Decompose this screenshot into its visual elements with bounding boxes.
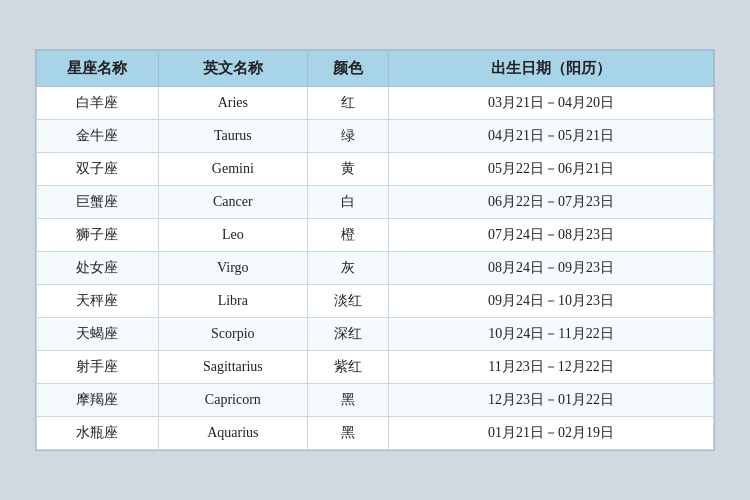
cell-color: 淡红	[307, 285, 388, 318]
cell-english: Scorpio	[158, 318, 307, 351]
table-row: 处女座Virgo灰08月24日－09月23日	[37, 252, 714, 285]
cell-color: 橙	[307, 219, 388, 252]
cell-english: Taurus	[158, 120, 307, 153]
cell-chinese: 金牛座	[37, 120, 159, 153]
cell-color: 黑	[307, 417, 388, 450]
cell-chinese: 射手座	[37, 351, 159, 384]
zodiac-table: 星座名称 英文名称 颜色 出生日期（阳历） 白羊座Aries红03月21日－04…	[36, 50, 714, 450]
cell-chinese: 水瓶座	[37, 417, 159, 450]
table-row: 天蝎座Scorpio深红10月24日－11月22日	[37, 318, 714, 351]
cell-date: 07月24日－08月23日	[389, 219, 714, 252]
cell-english: Libra	[158, 285, 307, 318]
cell-color: 深红	[307, 318, 388, 351]
cell-chinese: 白羊座	[37, 87, 159, 120]
cell-chinese: 狮子座	[37, 219, 159, 252]
table-row: 摩羯座Capricorn黑12月23日－01月22日	[37, 384, 714, 417]
cell-english: Gemini	[158, 153, 307, 186]
cell-date: 05月22日－06月21日	[389, 153, 714, 186]
cell-english: Cancer	[158, 186, 307, 219]
cell-date: 12月23日－01月22日	[389, 384, 714, 417]
cell-color: 灰	[307, 252, 388, 285]
cell-english: Virgo	[158, 252, 307, 285]
table-row: 天秤座Libra淡红09月24日－10月23日	[37, 285, 714, 318]
cell-chinese: 天蝎座	[37, 318, 159, 351]
cell-color: 黑	[307, 384, 388, 417]
header-color: 颜色	[307, 51, 388, 87]
zodiac-table-container: 星座名称 英文名称 颜色 出生日期（阳历） 白羊座Aries红03月21日－04…	[35, 49, 715, 451]
table-row: 水瓶座Aquarius黑01月21日－02月19日	[37, 417, 714, 450]
cell-date: 10月24日－11月22日	[389, 318, 714, 351]
cell-chinese: 天秤座	[37, 285, 159, 318]
cell-chinese: 处女座	[37, 252, 159, 285]
table-row: 射手座Sagittarius紫红11月23日－12月22日	[37, 351, 714, 384]
table-row: 巨蟹座Cancer白06月22日－07月23日	[37, 186, 714, 219]
cell-color: 黄	[307, 153, 388, 186]
cell-date: 01月21日－02月19日	[389, 417, 714, 450]
header-chinese: 星座名称	[37, 51, 159, 87]
table-row: 金牛座Taurus绿04月21日－05月21日	[37, 120, 714, 153]
cell-date: 04月21日－05月21日	[389, 120, 714, 153]
cell-english: Capricorn	[158, 384, 307, 417]
cell-color: 绿	[307, 120, 388, 153]
table-header-row: 星座名称 英文名称 颜色 出生日期（阳历）	[37, 51, 714, 87]
cell-english: Aries	[158, 87, 307, 120]
cell-english: Aquarius	[158, 417, 307, 450]
cell-date: 11月23日－12月22日	[389, 351, 714, 384]
header-english: 英文名称	[158, 51, 307, 87]
cell-date: 09月24日－10月23日	[389, 285, 714, 318]
cell-date: 08月24日－09月23日	[389, 252, 714, 285]
cell-chinese: 摩羯座	[37, 384, 159, 417]
cell-english: Leo	[158, 219, 307, 252]
cell-color: 紫红	[307, 351, 388, 384]
cell-date: 03月21日－04月20日	[389, 87, 714, 120]
cell-color: 白	[307, 186, 388, 219]
cell-english: Sagittarius	[158, 351, 307, 384]
table-row: 狮子座Leo橙07月24日－08月23日	[37, 219, 714, 252]
cell-chinese: 双子座	[37, 153, 159, 186]
table-row: 白羊座Aries红03月21日－04月20日	[37, 87, 714, 120]
cell-color: 红	[307, 87, 388, 120]
header-date: 出生日期（阳历）	[389, 51, 714, 87]
cell-date: 06月22日－07月23日	[389, 186, 714, 219]
cell-chinese: 巨蟹座	[37, 186, 159, 219]
table-row: 双子座Gemini黄05月22日－06月21日	[37, 153, 714, 186]
